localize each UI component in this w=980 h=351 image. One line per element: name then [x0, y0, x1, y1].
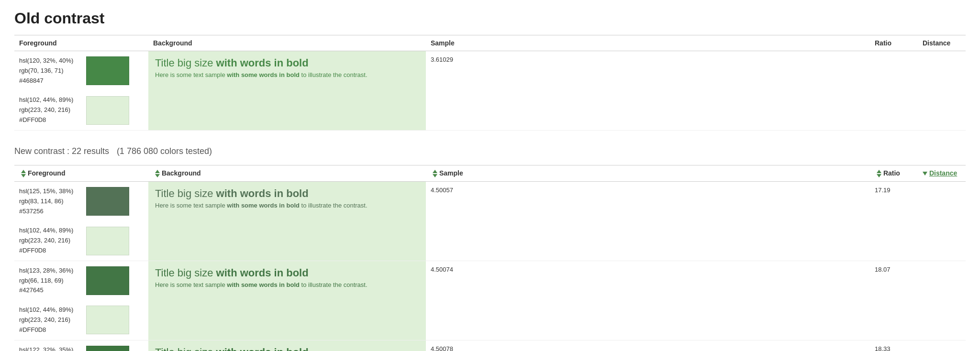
new-fg-cell-1: hsl(123, 28%, 36%) rgb(66, 118, 69) #427…: [14, 261, 148, 300]
new-contrast-title: New contrast : 22 results (1 786 080 col…: [14, 142, 966, 157]
new-ratio-header[interactable]: Ratio: [870, 165, 918, 181]
old-contrast-title: Old contrast: [14, 10, 966, 27]
new-fg-header[interactable]: Foreground: [14, 165, 148, 181]
sample-sort-icon: [433, 170, 437, 177]
old-bg-cell: hsl(102, 44%, 89%) rgb(223, 240, 216) #D…: [14, 90, 148, 130]
old-fg-header: Foreground: [14, 35, 148, 51]
new-distance-cell-0: 17.19: [870, 182, 918, 261]
new-fg-cell-0: hsl(125, 15%, 38%) rgb(83, 114, 86) #537…: [14, 182, 148, 221]
new-contrast-row: hsl(122, 32%, 35%) rgb(61, 118, 63) #3D7…: [14, 340, 966, 351]
new-fg-info-0: hsl(125, 15%, 38%) rgb(83, 114, 86) #537…: [19, 186, 81, 216]
new-ratio-cell-0: 4.50057: [426, 182, 870, 261]
old-contrast-header-row: Foreground Background Sample Ratio Dista…: [14, 35, 966, 51]
new-sample-body-0: Here is some text sample with some words…: [155, 202, 419, 209]
old-sample-body: Here is some text sample with some words…: [155, 71, 419, 78]
new-bg-cell-0: hsl(102, 44%, 89%) rgb(223, 240, 216) #D…: [14, 221, 148, 260]
old-sample-header: Sample: [426, 35, 870, 51]
new-sample-title-2: Title big size with words in bold: [155, 346, 419, 351]
new-contrast-row: hsl(123, 28%, 36%) rgb(66, 118, 69) #427…: [14, 261, 966, 340]
new-sample-cell-1: Title big size with words in bold Here i…: [148, 261, 426, 340]
new-distance-cell-2: 18.33: [870, 340, 918, 351]
old-bg-swatch: [86, 96, 129, 125]
ratio-sort-icon: [877, 170, 881, 177]
new-bg-info-1: hsl(102, 44%, 89%) rgb(223, 240, 216) #D…: [19, 305, 81, 335]
old-sample-cell: Title big size with words in bold Here i…: [148, 51, 426, 131]
new-sample-cell-2: Title big size with words in bold Here i…: [148, 340, 426, 351]
old-contrast-row: hsl(120, 32%, 40%) rgb(70, 136, 71) #468…: [14, 51, 966, 131]
new-ratio-cell-2: 4.50078: [426, 340, 870, 351]
old-fg-info: hsl(120, 32%, 40%) rgb(70, 136, 71) #468…: [19, 56, 81, 86]
new-fg-swatch-2: [86, 346, 129, 351]
old-distance-cell: [870, 51, 918, 131]
old-contrast-section: Old contrast Foreground Background Sampl…: [14, 10, 966, 131]
old-fg-cell: hsl(120, 32%, 40%) rgb(70, 136, 71) #468…: [14, 51, 148, 90]
bg-sort-icon: [155, 170, 160, 177]
old-ratio-cell: 3.61029: [426, 51, 870, 131]
new-bg-info-0: hsl(102, 44%, 89%) rgb(223, 240, 216) #D…: [19, 226, 81, 255]
new-fg-swatch-0: [86, 187, 129, 216]
old-fg-swatch: [86, 56, 129, 85]
new-contrast-row: hsl(125, 15%, 38%) rgb(83, 114, 86) #537…: [14, 182, 966, 261]
new-sample-title-0: Title big size with words in bold: [155, 187, 419, 200]
new-distance-cell-1: 18.07: [870, 261, 918, 340]
new-fg-info-1: hsl(123, 28%, 36%) rgb(66, 118, 69) #427…: [19, 266, 81, 296]
old-bg-info: hsl(102, 44%, 89%) rgb(223, 240, 216) #D…: [19, 95, 81, 125]
new-bg-swatch-1: [86, 306, 129, 334]
new-ratio-cell-1: 4.50074: [426, 261, 870, 340]
new-distance-header[interactable]: Distance: [918, 165, 966, 181]
new-sample-title-1: Title big size with words in bold: [155, 267, 419, 279]
new-bg-cell-1: hsl(102, 44%, 89%) rgb(223, 240, 216) #D…: [14, 300, 148, 340]
distance-sort-icon: [923, 172, 927, 176]
new-contrast-header-row: Foreground Background Sample Ratio Dista…: [14, 165, 966, 181]
new-bg-swatch-0: [86, 227, 129, 255]
new-contrast-subtitle: (1 786 080 colors tested): [117, 146, 212, 156]
new-fg-cell-2: hsl(122, 32%, 35%) rgb(61, 118, 63) #3D7…: [14, 340, 148, 351]
new-sample-cell-0: Title big size with words in bold Here i…: [148, 182, 426, 261]
old-bg-header: Background: [148, 35, 426, 51]
new-contrast-table: Foreground Background Sample Ratio Dista…: [14, 165, 966, 351]
new-fg-swatch-1: [86, 266, 129, 295]
new-bg-header[interactable]: Background: [148, 165, 426, 181]
new-sample-body-1: Here is some text sample with some words…: [155, 281, 419, 288]
fg-sort-icon: [21, 170, 26, 177]
old-contrast-table: Foreground Background Sample Ratio Dista…: [14, 35, 966, 131]
old-sample-title: Title big size with words in bold: [155, 57, 419, 69]
new-sample-header[interactable]: Sample: [426, 165, 870, 181]
old-distance-header: Distance: [918, 35, 966, 51]
old-ratio-header: Ratio: [870, 35, 918, 51]
new-fg-info-2: hsl(122, 32%, 35%) rgb(61, 118, 63) #3D7…: [19, 345, 81, 351]
new-contrast-section: New contrast : 22 results (1 786 080 col…: [14, 142, 966, 351]
